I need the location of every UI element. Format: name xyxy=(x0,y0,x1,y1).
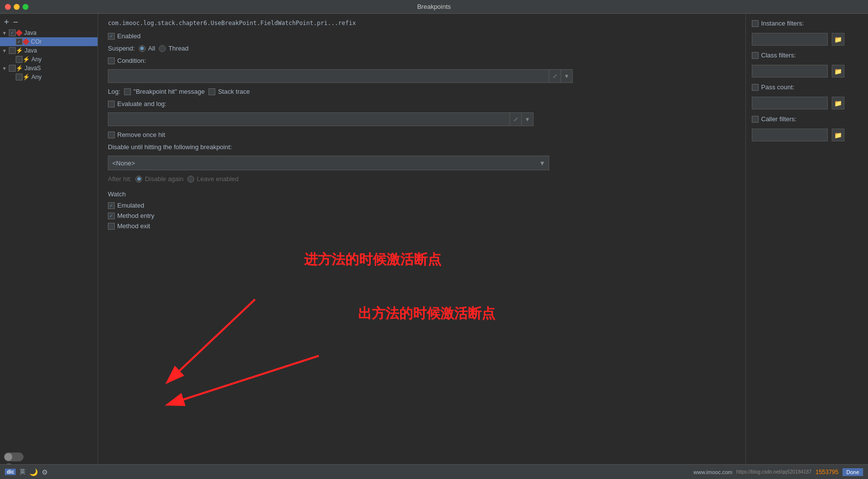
tree-checkbox[interactable]: ✓ xyxy=(9,29,16,36)
tree-checkbox[interactable] xyxy=(16,56,23,63)
remove-breakpoint-button[interactable]: − xyxy=(13,18,19,27)
diamond-icon xyxy=(16,29,23,36)
enabled-checkbox[interactable]: ✓ xyxy=(108,33,115,40)
minimize-button[interactable] xyxy=(14,4,20,10)
emulated-checkbox[interactable]: ✓ xyxy=(108,202,115,209)
method-entry-item: ✓ Method entry xyxy=(108,212,736,219)
caller-filters-row: Caller filters: xyxy=(752,115,862,123)
pass-count-label: Pass count: xyxy=(761,83,794,91)
lightning-icon: ⚡ xyxy=(23,74,30,80)
caller-filters-folder-btn[interactable]: 📁 xyxy=(832,129,844,141)
evaluate-expand-btn[interactable]: ⤢ xyxy=(510,112,522,126)
tree-arrow: ▼ xyxy=(2,30,9,36)
none-dropdown-row: <None> ▼ xyxy=(108,156,736,170)
main-layout: + − ▼ ✓ Java ✓ COr ▼ ⚡ Java ⚡ Any xyxy=(0,14,868,479)
add-breakpoint-button[interactable]: + xyxy=(4,18,9,27)
remove-once-hit-wrapper[interactable]: Remove once hit xyxy=(108,131,165,138)
lightning-icon: ⚡ xyxy=(16,65,23,72)
thread-radio-wrapper[interactable]: Thread xyxy=(159,45,188,52)
disable-again-radio[interactable] xyxy=(135,176,142,183)
evaluate-log-wrapper[interactable]: Evaluate and log: xyxy=(108,100,166,107)
suspend-row: Suspend: All Thread xyxy=(108,45,736,52)
all-radio[interactable] xyxy=(139,45,146,52)
condition-checkbox-wrapper[interactable]: Condition: xyxy=(108,57,146,64)
pass-count-folder-btn[interactable]: 📁 xyxy=(832,97,844,109)
all-radio-wrapper[interactable]: All xyxy=(139,45,155,52)
tree-label: Java xyxy=(25,47,37,54)
lightning-icon: ⚡ xyxy=(23,56,30,63)
method-entry-wrapper[interactable]: ✓ Method entry xyxy=(108,212,154,219)
disable-again-wrapper[interactable]: Disable again xyxy=(135,175,183,183)
pass-count-input[interactable] xyxy=(752,97,828,109)
none-dropdown[interactable]: <None> xyxy=(108,156,549,170)
sidebar-item-any1[interactable]: ⚡ Any xyxy=(0,55,98,64)
tree-checkbox[interactable] xyxy=(9,65,16,72)
all-label: All xyxy=(148,45,155,52)
class-filters-folder-btn[interactable]: 📁 xyxy=(832,65,844,78)
leave-enabled-radio[interactable] xyxy=(187,176,194,183)
thread-label: Thread xyxy=(168,45,188,52)
condition-input-wrapper: ⤢ ▼ xyxy=(108,69,573,83)
watch-section: Watch ✓ Emulated ✓ Method entry Method e… xyxy=(108,190,736,230)
dic-badge: dic xyxy=(5,469,16,475)
watch-title: Watch xyxy=(108,190,736,198)
sidebar-item-cor[interactable]: ✓ COr xyxy=(0,37,98,46)
maximize-button[interactable] xyxy=(23,4,28,10)
class-filters-input[interactable] xyxy=(752,65,828,78)
disable-again-label: Disable again xyxy=(145,175,183,183)
evaluate-log-label: Evaluate and log: xyxy=(117,100,166,107)
method-entry-checkbox[interactable]: ✓ xyxy=(108,213,115,219)
condition-expand-btn[interactable]: ⤢ xyxy=(549,69,561,83)
evaluate-log-checkbox[interactable] xyxy=(108,101,115,107)
leave-enabled-wrapper[interactable]: Leave enabled xyxy=(187,175,238,183)
evaluate-dropdown-btn[interactable]: ▼ xyxy=(522,112,534,126)
pass-count-row: Pass count: xyxy=(752,83,862,91)
enabled-checkbox-wrapper[interactable]: ✓ Enabled xyxy=(108,32,141,40)
sidebar-item-java1[interactable]: ▼ ✓ Java xyxy=(0,28,98,37)
instance-filters-input[interactable] xyxy=(752,33,828,46)
tree-label: Any xyxy=(31,56,42,63)
instance-filters-folder-btn[interactable]: 📁 xyxy=(832,33,844,46)
stack-trace-wrapper[interactable]: Stack trace xyxy=(208,88,250,95)
blog-url: https://blog.csdn.net/qq520184187 xyxy=(737,469,812,475)
evaluate-input[interactable] xyxy=(108,112,510,126)
moon-icon: 🌙 xyxy=(29,468,38,476)
emulated-wrapper[interactable]: ✓ Emulated xyxy=(108,202,144,209)
tree-label: Any xyxy=(31,74,42,80)
bottom-right: www.imooc.com https://blog.csdn.net/qq52… xyxy=(693,468,863,476)
log-label: Log: xyxy=(108,88,120,95)
remove-once-hit-checkbox[interactable] xyxy=(108,132,115,138)
tree-checkbox[interactable]: ✓ xyxy=(16,38,23,45)
class-filters-wrapper[interactable]: Class filters: xyxy=(752,52,796,59)
pass-count-checkbox[interactable] xyxy=(752,84,759,91)
sidebar-item-java2[interactable]: ▼ ⚡ Java xyxy=(0,46,98,55)
instance-filters-checkbox[interactable] xyxy=(752,20,759,27)
method-exit-checkbox[interactable] xyxy=(108,223,115,230)
caller-filters-input[interactable] xyxy=(752,129,828,141)
condition-input-row: ⤢ ▼ xyxy=(108,69,736,83)
class-filters-checkbox[interactable] xyxy=(752,52,759,59)
bp-hit-wrapper[interactable]: "Breakpoint hit" message xyxy=(124,88,204,95)
evaluate-log-row: Evaluate and log: xyxy=(108,100,736,107)
method-exit-wrapper[interactable]: Method exit xyxy=(108,222,150,230)
after-hit-row: After hit: Disable again Leave enabled xyxy=(108,175,736,183)
pass-count-wrapper[interactable]: Pass count: xyxy=(752,83,794,91)
condition-input[interactable] xyxy=(108,69,549,83)
condition-checkbox[interactable] xyxy=(108,57,115,64)
caller-filters-wrapper[interactable]: Caller filters: xyxy=(752,115,796,123)
stack-trace-checkbox[interactable] xyxy=(208,88,215,95)
thread-radio[interactable] xyxy=(159,45,166,52)
method-exit-item: Method exit xyxy=(108,222,736,230)
close-button[interactable] xyxy=(5,4,11,10)
caller-filters-checkbox[interactable] xyxy=(752,116,759,123)
emulated-label: Emulated xyxy=(117,202,144,209)
website-url: www.imooc.com xyxy=(693,469,732,475)
condition-dropdown-btn[interactable]: ▼ xyxy=(561,69,573,83)
instance-filters-wrapper[interactable]: Instance filters: xyxy=(752,20,804,27)
tree-checkbox[interactable] xyxy=(9,47,16,54)
bp-hit-checkbox[interactable] xyxy=(124,88,131,95)
sidebar-item-javas[interactable]: ▼ ⚡ JavaS xyxy=(0,64,98,73)
toggle-switch[interactable] xyxy=(4,452,24,461)
tree-checkbox[interactable] xyxy=(16,74,23,80)
sidebar-item-any2[interactable]: ⚡ Any xyxy=(0,73,98,81)
